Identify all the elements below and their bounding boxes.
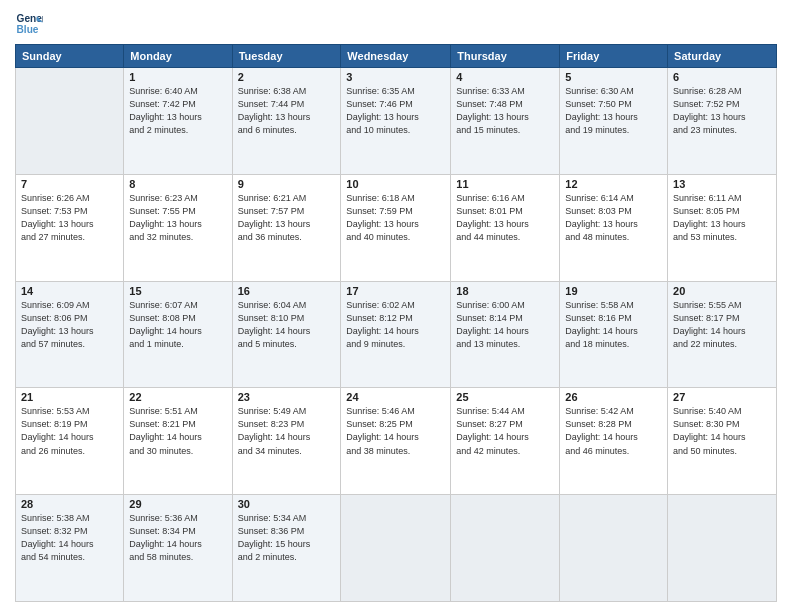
logo-icon: General Blue	[15, 10, 43, 38]
day-info: Sunrise: 6:35 AM Sunset: 7:46 PM Dayligh…	[346, 85, 445, 137]
calendar-cell: 22Sunrise: 5:51 AM Sunset: 8:21 PM Dayli…	[124, 388, 232, 495]
svg-text:Blue: Blue	[17, 24, 39, 35]
calendar-cell: 26Sunrise: 5:42 AM Sunset: 8:28 PM Dayli…	[560, 388, 668, 495]
col-header-sunday: Sunday	[16, 45, 124, 68]
day-info: Sunrise: 5:46 AM Sunset: 8:25 PM Dayligh…	[346, 405, 445, 457]
day-number: 7	[21, 178, 118, 190]
day-info: Sunrise: 6:40 AM Sunset: 7:42 PM Dayligh…	[129, 85, 226, 137]
calendar-cell: 6Sunrise: 6:28 AM Sunset: 7:52 PM Daylig…	[668, 68, 777, 175]
day-info: Sunrise: 6:02 AM Sunset: 8:12 PM Dayligh…	[346, 299, 445, 351]
day-info: Sunrise: 5:49 AM Sunset: 8:23 PM Dayligh…	[238, 405, 336, 457]
calendar-cell	[668, 495, 777, 602]
day-info: Sunrise: 6:28 AM Sunset: 7:52 PM Dayligh…	[673, 85, 771, 137]
calendar-cell: 9Sunrise: 6:21 AM Sunset: 7:57 PM Daylig…	[232, 174, 341, 281]
calendar-cell: 7Sunrise: 6:26 AM Sunset: 7:53 PM Daylig…	[16, 174, 124, 281]
day-number: 22	[129, 391, 226, 403]
day-number: 13	[673, 178, 771, 190]
logo: General Blue	[15, 10, 47, 38]
day-info: Sunrise: 5:44 AM Sunset: 8:27 PM Dayligh…	[456, 405, 554, 457]
col-header-monday: Monday	[124, 45, 232, 68]
day-number: 26	[565, 391, 662, 403]
calendar-cell: 29Sunrise: 5:36 AM Sunset: 8:34 PM Dayli…	[124, 495, 232, 602]
day-number: 29	[129, 498, 226, 510]
day-info: Sunrise: 6:00 AM Sunset: 8:14 PM Dayligh…	[456, 299, 554, 351]
day-info: Sunrise: 6:33 AM Sunset: 7:48 PM Dayligh…	[456, 85, 554, 137]
week-row-1: 1Sunrise: 6:40 AM Sunset: 7:42 PM Daylig…	[16, 68, 777, 175]
day-number: 14	[21, 285, 118, 297]
calendar-cell: 27Sunrise: 5:40 AM Sunset: 8:30 PM Dayli…	[668, 388, 777, 495]
day-number: 25	[456, 391, 554, 403]
day-number: 15	[129, 285, 226, 297]
day-number: 17	[346, 285, 445, 297]
header-row: SundayMondayTuesdayWednesdayThursdayFrid…	[16, 45, 777, 68]
header: General Blue	[15, 10, 777, 38]
calendar-cell: 4Sunrise: 6:33 AM Sunset: 7:48 PM Daylig…	[451, 68, 560, 175]
day-number: 8	[129, 178, 226, 190]
calendar-cell: 28Sunrise: 5:38 AM Sunset: 8:32 PM Dayli…	[16, 495, 124, 602]
day-info: Sunrise: 6:18 AM Sunset: 7:59 PM Dayligh…	[346, 192, 445, 244]
day-info: Sunrise: 5:42 AM Sunset: 8:28 PM Dayligh…	[565, 405, 662, 457]
day-info: Sunrise: 5:36 AM Sunset: 8:34 PM Dayligh…	[129, 512, 226, 564]
calendar-cell	[451, 495, 560, 602]
day-number: 20	[673, 285, 771, 297]
calendar-cell	[341, 495, 451, 602]
calendar-table: SundayMondayTuesdayWednesdayThursdayFrid…	[15, 44, 777, 602]
calendar-cell: 14Sunrise: 6:09 AM Sunset: 8:06 PM Dayli…	[16, 281, 124, 388]
calendar-cell	[560, 495, 668, 602]
day-number: 23	[238, 391, 336, 403]
day-number: 1	[129, 71, 226, 83]
day-number: 2	[238, 71, 336, 83]
day-number: 19	[565, 285, 662, 297]
day-number: 21	[21, 391, 118, 403]
calendar-cell: 8Sunrise: 6:23 AM Sunset: 7:55 PM Daylig…	[124, 174, 232, 281]
calendar-cell: 21Sunrise: 5:53 AM Sunset: 8:19 PM Dayli…	[16, 388, 124, 495]
day-number: 28	[21, 498, 118, 510]
day-info: Sunrise: 6:38 AM Sunset: 7:44 PM Dayligh…	[238, 85, 336, 137]
calendar-cell: 3Sunrise: 6:35 AM Sunset: 7:46 PM Daylig…	[341, 68, 451, 175]
day-number: 27	[673, 391, 771, 403]
calendar-cell: 15Sunrise: 6:07 AM Sunset: 8:08 PM Dayli…	[124, 281, 232, 388]
week-row-2: 7Sunrise: 6:26 AM Sunset: 7:53 PM Daylig…	[16, 174, 777, 281]
day-info: Sunrise: 6:30 AM Sunset: 7:50 PM Dayligh…	[565, 85, 662, 137]
calendar-cell: 25Sunrise: 5:44 AM Sunset: 8:27 PM Dayli…	[451, 388, 560, 495]
day-number: 30	[238, 498, 336, 510]
calendar-cell: 11Sunrise: 6:16 AM Sunset: 8:01 PM Dayli…	[451, 174, 560, 281]
day-info: Sunrise: 6:07 AM Sunset: 8:08 PM Dayligh…	[129, 299, 226, 351]
week-row-5: 28Sunrise: 5:38 AM Sunset: 8:32 PM Dayli…	[16, 495, 777, 602]
calendar-cell: 13Sunrise: 6:11 AM Sunset: 8:05 PM Dayli…	[668, 174, 777, 281]
day-number: 24	[346, 391, 445, 403]
day-info: Sunrise: 6:23 AM Sunset: 7:55 PM Dayligh…	[129, 192, 226, 244]
day-info: Sunrise: 6:14 AM Sunset: 8:03 PM Dayligh…	[565, 192, 662, 244]
day-info: Sunrise: 5:40 AM Sunset: 8:30 PM Dayligh…	[673, 405, 771, 457]
calendar-cell: 2Sunrise: 6:38 AM Sunset: 7:44 PM Daylig…	[232, 68, 341, 175]
day-info: Sunrise: 5:53 AM Sunset: 8:19 PM Dayligh…	[21, 405, 118, 457]
day-number: 12	[565, 178, 662, 190]
calendar-cell: 1Sunrise: 6:40 AM Sunset: 7:42 PM Daylig…	[124, 68, 232, 175]
calendar-cell: 12Sunrise: 6:14 AM Sunset: 8:03 PM Dayli…	[560, 174, 668, 281]
day-info: Sunrise: 5:51 AM Sunset: 8:21 PM Dayligh…	[129, 405, 226, 457]
day-number: 3	[346, 71, 445, 83]
calendar-cell: 19Sunrise: 5:58 AM Sunset: 8:16 PM Dayli…	[560, 281, 668, 388]
day-info: Sunrise: 6:11 AM Sunset: 8:05 PM Dayligh…	[673, 192, 771, 244]
col-header-wednesday: Wednesday	[341, 45, 451, 68]
day-number: 18	[456, 285, 554, 297]
day-info: Sunrise: 5:55 AM Sunset: 8:17 PM Dayligh…	[673, 299, 771, 351]
day-info: Sunrise: 6:04 AM Sunset: 8:10 PM Dayligh…	[238, 299, 336, 351]
day-info: Sunrise: 5:58 AM Sunset: 8:16 PM Dayligh…	[565, 299, 662, 351]
day-info: Sunrise: 6:26 AM Sunset: 7:53 PM Dayligh…	[21, 192, 118, 244]
day-info: Sunrise: 5:34 AM Sunset: 8:36 PM Dayligh…	[238, 512, 336, 564]
calendar-cell	[16, 68, 124, 175]
col-header-tuesday: Tuesday	[232, 45, 341, 68]
calendar-cell: 23Sunrise: 5:49 AM Sunset: 8:23 PM Dayli…	[232, 388, 341, 495]
day-info: Sunrise: 6:21 AM Sunset: 7:57 PM Dayligh…	[238, 192, 336, 244]
week-row-3: 14Sunrise: 6:09 AM Sunset: 8:06 PM Dayli…	[16, 281, 777, 388]
calendar-cell: 24Sunrise: 5:46 AM Sunset: 8:25 PM Dayli…	[341, 388, 451, 495]
calendar-cell: 10Sunrise: 6:18 AM Sunset: 7:59 PM Dayli…	[341, 174, 451, 281]
day-number: 4	[456, 71, 554, 83]
calendar-cell: 17Sunrise: 6:02 AM Sunset: 8:12 PM Dayli…	[341, 281, 451, 388]
calendar-cell: 20Sunrise: 5:55 AM Sunset: 8:17 PM Dayli…	[668, 281, 777, 388]
calendar-page: General Blue SundayMondayTuesdayWednesda…	[0, 0, 792, 612]
day-number: 6	[673, 71, 771, 83]
calendar-cell: 30Sunrise: 5:34 AM Sunset: 8:36 PM Dayli…	[232, 495, 341, 602]
day-number: 10	[346, 178, 445, 190]
